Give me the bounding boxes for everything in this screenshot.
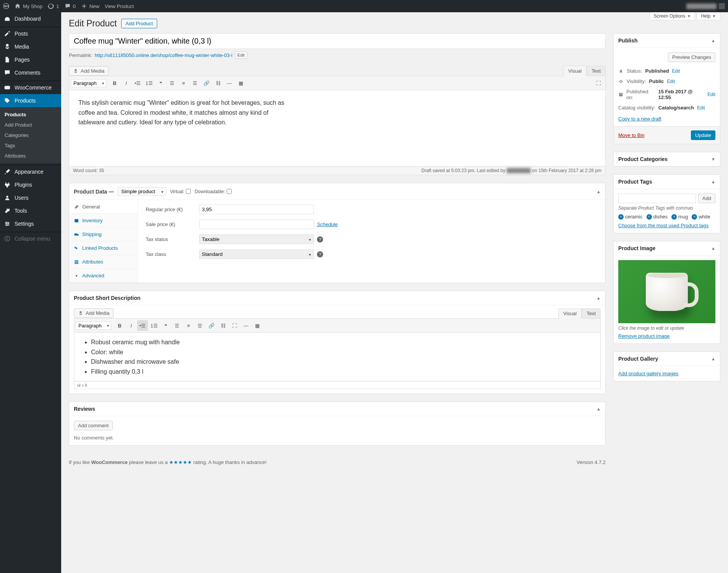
bullet-list-button[interactable]: •☰ (132, 78, 143, 88)
wp-logo[interactable] (3, 3, 9, 9)
update-button[interactable]: Update (691, 130, 715, 140)
new-content[interactable]: New (81, 3, 99, 9)
product-title-input[interactable] (69, 33, 606, 49)
regular-price-input[interactable] (199, 205, 314, 214)
align-right-button[interactable]: ☰ (195, 320, 205, 331)
menu-dashboard[interactable]: Dashboard (0, 12, 61, 25)
add-gallery-link[interactable]: Add product gallery images (618, 371, 679, 376)
menu-products[interactable]: Products (0, 94, 61, 107)
short-desc-header[interactable]: Product Short Description▲ (69, 291, 605, 305)
tag-remove-icon[interactable]: × (671, 214, 677, 220)
add-product-button[interactable]: Add Product (121, 19, 157, 28)
tag-remove-icon[interactable]: × (647, 214, 652, 220)
schedule-link[interactable]: Schedule (317, 221, 338, 227)
updates[interactable]: 1 (48, 3, 59, 9)
edit-status-link[interactable]: Edit (672, 68, 680, 74)
view-product[interactable]: View Product (105, 3, 134, 9)
menu-settings[interactable]: Settings (0, 217, 61, 230)
menu-posts[interactable]: Posts (0, 27, 61, 40)
quote-button[interactable]: ❝ (160, 320, 171, 331)
number-list-button[interactable]: 1☰ (144, 78, 154, 88)
align-left-button[interactable]: ☰ (167, 78, 177, 88)
edit-date-link[interactable]: Edit (707, 92, 715, 97)
menu-comments[interactable]: Comments (0, 66, 61, 79)
product-image-header[interactable]: Product Image▲ (614, 241, 720, 256)
quote-button[interactable]: ❝ (155, 78, 166, 88)
permalink-edit-button[interactable]: Edit (235, 51, 247, 59)
submenu-add-product[interactable]: Add Product (0, 120, 61, 130)
editor-content[interactable]: This stylish ceramic mug "Winter" editio… (69, 90, 606, 166)
copy-draft-link[interactable]: Copy to a new draft (618, 116, 661, 122)
unlink-button[interactable]: ⛓ (218, 320, 228, 331)
menu-collapse[interactable]: Collapse menu (0, 232, 61, 245)
add-comment-button[interactable]: Add comment (74, 421, 113, 430)
menu-plugins[interactable]: Plugins (0, 178, 61, 191)
pd-tab-general[interactable]: General (69, 200, 138, 214)
link-button[interactable]: 🔗 (201, 78, 212, 88)
fullscreen-button[interactable]: ⛶ (229, 320, 240, 331)
submenu-attributes[interactable]: Attributes (0, 151, 61, 161)
menu-tools[interactable]: Tools (0, 204, 61, 217)
rating-link[interactable]: ★★★★★ (169, 459, 192, 465)
short-format-select[interactable]: Paragraph (76, 322, 111, 330)
italic-button[interactable]: I (121, 78, 132, 88)
menu-appearance[interactable]: Appearance (0, 165, 61, 178)
publish-header[interactable]: Publish▲ (614, 34, 720, 48)
link-button[interactable]: 🔗 (206, 320, 217, 331)
bold-button[interactable]: B (114, 320, 125, 331)
pd-tab-attributes[interactable]: Attributes (69, 255, 138, 269)
menu-pages[interactable]: Pages (0, 53, 61, 66)
align-left-button[interactable]: ☰ (172, 320, 182, 331)
more-button[interactable]: — (224, 78, 235, 88)
italic-button[interactable]: I (126, 320, 136, 331)
product-type-select[interactable]: Simple product (118, 187, 166, 196)
add-media-button[interactable]: Add Media (69, 66, 109, 76)
fullscreen-button[interactable]: ⛶ (593, 78, 604, 88)
short-desc-content[interactable]: Robust ceramic mug with handle Color: wh… (74, 332, 601, 381)
pd-tab-linked[interactable]: Linked Products (69, 241, 138, 255)
downloadable-checkbox[interactable]: Downloadable: (195, 189, 231, 194)
user-greeting[interactable]: hidden (686, 3, 725, 9)
submenu-categories[interactable]: Categories (0, 130, 61, 140)
product-image[interactable] (618, 260, 715, 323)
add-media-button-2[interactable]: Add Media (74, 308, 114, 318)
screen-options-tab[interactable]: Screen Options ▼ (650, 12, 696, 20)
help-icon[interactable]: ? (317, 236, 323, 243)
virtual-checkbox[interactable]: Virtual: (170, 189, 191, 194)
more-button[interactable]: — (240, 320, 251, 331)
submenu-tags[interactable]: Tags (0, 140, 61, 151)
menu-woocommerce[interactable]: WooCommerce (0, 81, 61, 94)
menu-media[interactable]: Media (0, 40, 61, 53)
help-tab[interactable]: Help ▼ (697, 12, 720, 20)
toggle-icon[interactable]: ▲ (596, 189, 601, 194)
choose-tags-link[interactable]: Choose from the most used Product tags (618, 223, 708, 228)
preview-button[interactable]: Preview Changes (668, 52, 715, 62)
pd-tab-inventory[interactable]: Inventory (69, 214, 138, 228)
unlink-button[interactable]: ⛓ (213, 78, 223, 88)
tag-input[interactable] (618, 194, 696, 203)
tax-class-select[interactable]: Standard (199, 249, 314, 259)
align-center-button[interactable]: ≡ (183, 320, 194, 331)
remove-image-link[interactable]: Remove product image (618, 333, 670, 339)
move-to-bin-link[interactable]: Move to Bin (618, 132, 645, 138)
short-text-tab[interactable]: Text (582, 308, 601, 319)
menu-users[interactable]: Users (0, 191, 61, 204)
align-right-button[interactable]: ☰ (190, 78, 200, 88)
categories-header[interactable]: Product Categories▼ (614, 152, 720, 166)
tags-header[interactable]: Product Tags▲ (614, 175, 720, 189)
help-icon[interactable]: ? (317, 251, 323, 257)
gallery-header[interactable]: Product Gallery▲ (614, 352, 720, 366)
toolbar-toggle-button[interactable]: ▦ (252, 320, 263, 331)
comments-count[interactable]: 0 (65, 3, 76, 9)
sale-price-input[interactable] (199, 220, 314, 229)
submenu-products[interactable]: Products (0, 109, 61, 120)
bullet-list-button[interactable]: •☰ (137, 320, 148, 331)
edit-catalog-link[interactable]: Edit (697, 105, 705, 111)
bold-button[interactable]: B (109, 78, 120, 88)
pd-tab-advanced[interactable]: Advanced (69, 269, 138, 283)
tag-remove-icon[interactable]: × (618, 214, 624, 220)
pd-tab-shipping[interactable]: Shipping (69, 228, 138, 241)
add-tag-button[interactable]: Add (698, 194, 715, 203)
toolbar-toggle-button[interactable]: ▦ (236, 78, 246, 88)
align-center-button[interactable]: ≡ (178, 78, 189, 88)
